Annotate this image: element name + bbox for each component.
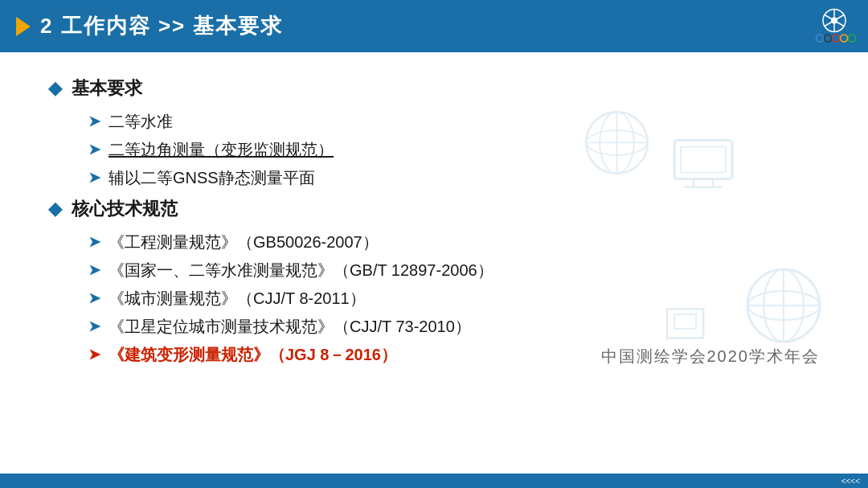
header-title-area: 2 工作内容 >> 基本要求 — [16, 12, 284, 40]
svg-point-4 — [832, 35, 839, 42]
section-core-tech-label: 核心技术规范 — [72, 197, 178, 221]
section-basic-req-label: 基本要求 — [72, 76, 142, 100]
list-item: ➤ 辅以二等GNSS静态测量平面 — [88, 167, 820, 189]
diamond-icon-1: ◆ — [48, 76, 62, 101]
list-item: ➤ 《建筑变形测量规范》（JGJ 8－2016） — [88, 344, 820, 366]
header-arrow-icon — [16, 17, 31, 36]
sub-list-basic-req: ➤ 二等水准 ➤ 二等边角测量（变形监测规范） ➤ 辅以二等GNSS静态测量平面 — [88, 111, 820, 189]
logo-area — [808, 4, 860, 48]
item-1-text: 二等水准 — [108, 111, 173, 133]
sub-list-core-tech: ➤ 《工程测量规范》（GB50026-2007） ➤ 《国家一、二等水准测量规范… — [88, 232, 820, 366]
header-title: 2 工作内容 >> 基本要求 — [40, 12, 284, 40]
arrow-icon-6: ➤ — [88, 288, 100, 310]
main-content: ◆ 基本要求 ➤ 二等水准 ➤ 二等边角测量（变形监测规范） ➤ 辅以二等GNS… — [0, 52, 868, 390]
list-item: ➤ 二等水准 — [88, 111, 820, 133]
item-8-text: 《建筑变形测量规范》（JGJ 8－2016） — [108, 344, 397, 366]
list-item: ➤ 二等边角测量（变形监测规范） — [88, 139, 820, 161]
arrow-icon-7: ➤ — [88, 316, 100, 338]
header-bar: 2 工作内容 >> 基本要求 — [0, 0, 868, 52]
item-4-text: 《工程测量规范》（GB50026-2007） — [108, 232, 379, 253]
arrow-icon-4: ➤ — [88, 232, 100, 253]
svg-point-2 — [816, 35, 823, 42]
section-core-tech: ◆ 核心技术规范 — [48, 197, 820, 222]
item-7-text: 《卫星定位城市测量技术规范》（CJJ/T 73-2010） — [108, 316, 471, 338]
item-5-text: 《国家一、二等水准测量规范》（GB/T 12897-2006） — [108, 260, 493, 281]
arrow-icon-8: ➤ — [88, 344, 100, 366]
footer-nav-text: <<<< — [841, 477, 860, 486]
item-3-text: 辅以二等GNSS静态测量平面 — [108, 167, 315, 189]
svg-point-6 — [848, 35, 855, 42]
beijing2022-logo — [810, 6, 858, 47]
list-item: ➤ 《卫星定位城市测量技术规范》（CJJ/T 73-2010） — [88, 316, 820, 338]
footer-bar: <<<< — [0, 474, 868, 488]
item-2-text: 二等边角测量（变形监测规范） — [108, 139, 334, 161]
footer-nav: <<<< — [841, 477, 860, 486]
arrow-icon-3: ➤ — [88, 167, 100, 189]
content-list: ◆ 基本要求 ➤ 二等水准 ➤ 二等边角测量（变形监测规范） ➤ 辅以二等GNS… — [48, 76, 820, 366]
svg-point-1 — [831, 18, 837, 24]
diamond-icon-2: ◆ — [48, 197, 62, 222]
item-6-text: 《城市测量规范》（CJJ/T 8-2011） — [108, 288, 366, 310]
svg-point-5 — [840, 35, 847, 42]
svg-point-3 — [824, 35, 831, 42]
list-item: ➤ 《工程测量规范》（GB50026-2007） — [88, 232, 820, 253]
arrow-icon-5: ➤ — [88, 260, 100, 281]
section-basic-req: ◆ 基本要求 — [48, 76, 820, 101]
arrow-icon-2: ➤ — [88, 139, 100, 161]
list-item: ➤ 《国家一、二等水准测量规范》（GB/T 12897-2006） — [88, 260, 820, 281]
list-item: ➤ 《城市测量规范》（CJJ/T 8-2011） — [88, 288, 820, 310]
arrow-icon-1: ➤ — [88, 111, 100, 133]
